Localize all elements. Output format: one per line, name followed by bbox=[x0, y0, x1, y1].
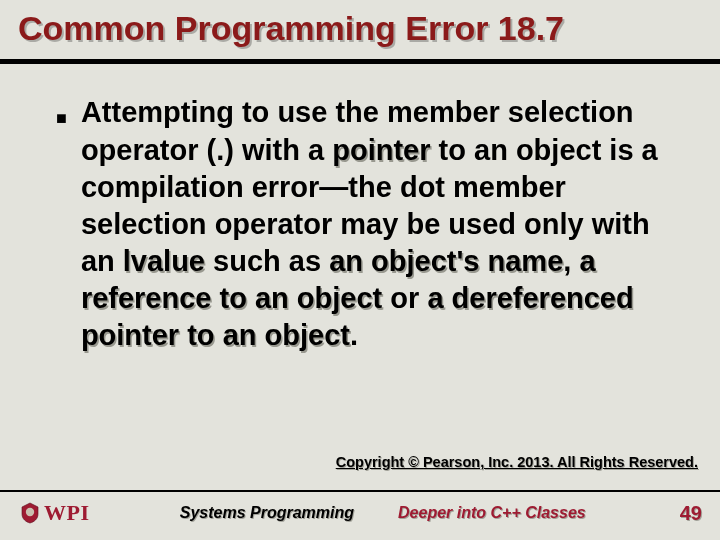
text-seg: , bbox=[563, 245, 579, 277]
page-number: 49 bbox=[668, 502, 702, 525]
keyword-object-name: an object's name bbox=[329, 245, 563, 277]
keyword-pointer: pointer bbox=[332, 134, 430, 166]
slide-body: ■ Attempting to use the member selection… bbox=[0, 64, 720, 354]
text-seg: such as bbox=[205, 245, 329, 277]
wpi-logo-text: WPI bbox=[44, 500, 90, 526]
wpi-logo: WPI bbox=[18, 500, 90, 526]
footer: WPI Systems Programming Deeper into C++ … bbox=[0, 490, 720, 526]
body-text: Attempting to use the member selection o… bbox=[81, 94, 664, 354]
bullet-item: ■ Attempting to use the member selection… bbox=[56, 94, 664, 354]
footer-topic: Deeper into C++ Classes bbox=[398, 504, 586, 522]
slide-title: Common Programming Error 18.7 bbox=[18, 10, 702, 47]
svg-point-0 bbox=[26, 508, 34, 516]
footer-center: Systems Programming Deeper into C++ Clas… bbox=[118, 504, 649, 522]
bullet-icon: ■ bbox=[56, 98, 67, 138]
footer-course: Systems Programming bbox=[180, 504, 354, 522]
wpi-seal-icon bbox=[18, 501, 42, 525]
text-seg: ) with a bbox=[224, 134, 332, 166]
copyright-notice: Copyright © Pearson, Inc. 2013. All Righ… bbox=[336, 454, 698, 470]
text-seg: or bbox=[382, 282, 427, 314]
keyword-lvalue: lvalue bbox=[123, 245, 205, 277]
text-seg: . bbox=[350, 319, 358, 351]
title-bar: Common Programming Error 18.7 bbox=[0, 0, 720, 59]
